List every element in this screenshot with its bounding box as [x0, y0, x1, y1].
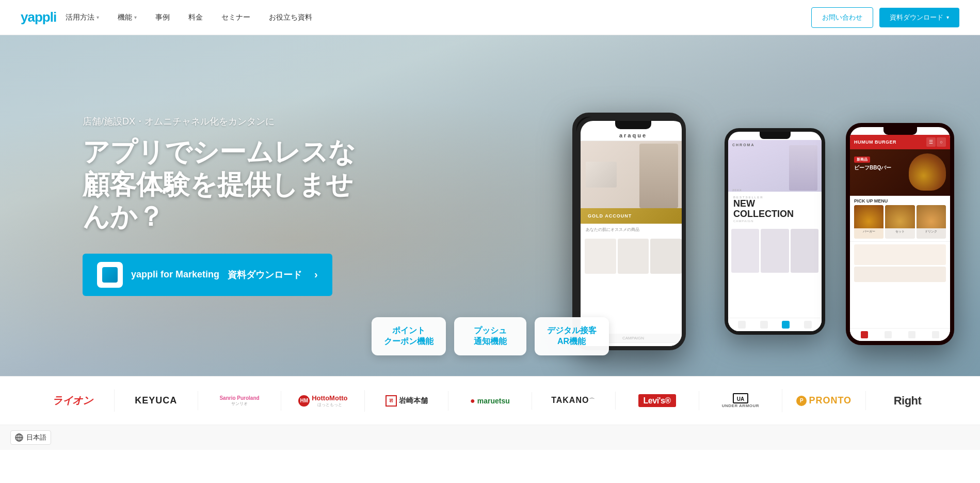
download-button[interactable]: 資料ダウンロード ▾ [879, 8, 959, 27]
logo-levis: Levi's® [616, 391, 699, 410]
footer-bar: 日本語 [0, 425, 980, 450]
header: yappli 活用方法 ▾ 機能 ▾ 事例 料金 セミナー お役立ち資料 お問い… [0, 0, 980, 35]
nav-item-features[interactable]: 機能 ▾ [108, 0, 146, 35]
nav-item-seminar[interactable]: セミナー [212, 0, 260, 35]
chevron-down-icon: ▾ [97, 14, 99, 20]
hero-subtitle: 店舗/施設DX・オムニチャネル化をカンタンに [83, 115, 361, 128]
chevron-down-icon: ▾ [134, 14, 137, 20]
phone-mockup-2: CHROMA 20XX BESTSELLER NEWCOLLECTION CAM… [725, 128, 825, 335]
logo-under-armour: UA UNDER ARMOUR [699, 389, 783, 412]
nav-item-pricing[interactable]: 料金 [179, 0, 212, 35]
logo-iwasaki: 岩 岩崎本舗 [365, 391, 448, 411]
hero-section: 店舗/施設DX・オムニチャネル化をカンタンに アプリでシームレスな 顧客体験を提… [0, 35, 980, 376]
cta-brand: yappli for Marketing [131, 269, 219, 280]
logos-strip: ライオン KEYUCA Sanrio Puroland サンリオ HM Hott… [0, 376, 980, 425]
cta-icon [97, 262, 123, 288]
arrow-right-icon: › [314, 269, 318, 281]
feature-badge-1: ポイント クーポン機能 [372, 317, 446, 355]
hero-content: 店舗/施設DX・オムニチャネル化をカンタンに アプリでシームレスな 顧客体験を提… [0, 115, 361, 295]
header-actions: お問い合わせ 資料ダウンロード ▾ [811, 7, 959, 28]
phone-mockup-1: araque GOLD ACCOUNT あなたの肌にオススメの商品 CAMPAI… [572, 113, 686, 350]
language-button[interactable]: 日本語 [10, 430, 51, 445]
logo-takano: TAKANO⌒ [532, 392, 616, 410]
logo-hotto-motto: HM HottoMotto ほっともっと [281, 390, 365, 412]
logo-maruetsu: ● maruetsu [448, 392, 532, 410]
contact-button[interactable]: お問い合わせ [811, 7, 873, 28]
phone-mockup-3: HUMUM BURGER ☰ ○ 新商品 ビーフBBQバー PICK UP ME… [846, 123, 954, 345]
main-nav: 活用方法 ▾ 機能 ▾ 事例 料金 セミナー お役立ち資料 [56, 0, 322, 35]
logo-pronto: P PRONTO [782, 391, 866, 410]
logo-sanrio: Sanrio Puroland サンリオ [198, 391, 282, 411]
chevron-down-icon: ▾ [946, 14, 949, 20]
nav-item-cases[interactable]: 事例 [146, 0, 179, 35]
logo-keyuca: KEYUCA [115, 391, 198, 410]
feature-badge-2: プッシュ 通知機能 [454, 317, 526, 355]
hero-cta-button[interactable]: yappli for Marketing 資料ダウンロード › [83, 254, 332, 296]
yappli-mini-logo [102, 267, 118, 283]
feature-badge-3: デジタル接客 AR機能 [535, 317, 609, 355]
logo-lion: ライオン [31, 389, 115, 412]
globe-icon [15, 433, 23, 442]
nav-item-usage[interactable]: 活用方法 ▾ [56, 0, 108, 35]
nav-item-resources[interactable]: お役立ち資料 [260, 0, 322, 35]
feature-badges: ポイント クーポン機能 プッシュ 通知機能 デジタル接客 AR機能 [372, 317, 609, 355]
logo[interactable]: yappli [21, 9, 56, 25]
cta-label: 資料ダウンロード [228, 269, 302, 281]
logo-right: Right [866, 390, 949, 412]
hero-title: アプリでシームレスな 顧客体験を提供しませんか？ [83, 136, 361, 232]
